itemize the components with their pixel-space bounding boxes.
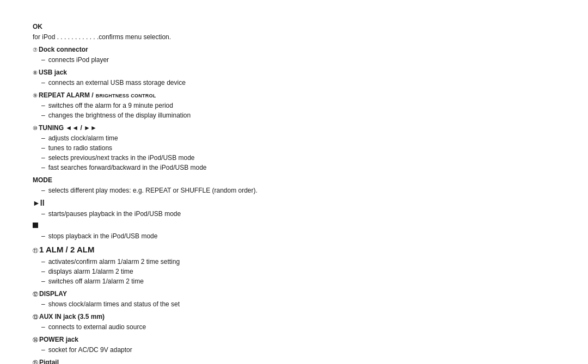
mode-bullet-text: selects different play modes: e.g. REPEA… (48, 186, 258, 195)
item-15: ⑮ Pigtail – improves FM reception (33, 357, 258, 365)
item-12-number: ⑫ (33, 290, 38, 298)
item-14-bullet: – socket for AC/DC 9V adaptor (41, 345, 258, 355)
item-9: ⑨ REPEAT ALARM / BRIGHTNESS CONTROL – sw… (33, 90, 258, 120)
item-11-header: ⑪ 1 ALM / 2 ALM (33, 244, 258, 256)
item-12-title: DISPLAY (39, 289, 67, 299)
item-11-bullet-0: – activates/confirm alarm 1/alarm 2 time… (41, 257, 258, 267)
main-content: OK for iPod . . . . . . . . . . . .confi… (0, 0, 290, 364)
play-symbol: ►ll (33, 198, 258, 209)
item-11: ⑪ 1 ALM / 2 ALM – activates/confirm alar… (33, 244, 258, 286)
item-7-number: ⑦ (33, 46, 38, 54)
item-8-bullet-text: connects an external USB mass storage de… (48, 78, 186, 88)
item-9-header: ⑨ REPEAT ALARM / BRIGHTNESS CONTROL (33, 90, 258, 100)
mode-section: MODE – selects different play modes: e.g… (33, 175, 258, 195)
item-10-bullet-1: – tunes to radio stations (41, 143, 258, 153)
item-12-bullet-text: shows clock/alarm times and status of th… (48, 299, 180, 309)
dash-icon: – (41, 322, 45, 332)
item-14-bullet-text: socket for AC/DC 9V adaptor (48, 345, 132, 355)
dash-icon: – (41, 276, 45, 286)
item-10-bullet-text-2: selects previous/next tracks in the iPod… (48, 153, 195, 163)
item-13-header: ⑬ AUX IN jack (3.5 mm) (33, 312, 258, 322)
item-11-bullet-2: – switches off alarm 1/alarm 2 time (41, 276, 258, 286)
dash-icon: – (41, 299, 45, 309)
item-15-header: ⑮ Pigtail (33, 357, 258, 365)
item-9-title-bold: REPEAT ALARM / (39, 90, 94, 100)
item-15-number: ⑮ (33, 359, 38, 365)
item-10-bullet-text-1: tunes to radio stations (48, 143, 112, 153)
dash-icon: – (41, 110, 45, 120)
stop-bullet: – stops playback in the iPod/USB mode (41, 231, 258, 241)
item-13-bullet-text: connects to external audio source (48, 322, 146, 332)
ok-section: OK for iPod . . . . . . . . . . . .confi… (33, 22, 258, 42)
stop-section: – stops playback in the iPod/USB mode (33, 221, 258, 241)
dash-icon: – (41, 55, 45, 65)
item-11-bullet-text-0: activates/confirm alarm 1/alarm 2 time s… (48, 257, 180, 267)
item-7-bullet-0: – connects iPod player (41, 55, 258, 65)
item-10-title: TUNING ◄◄ / ►► (39, 123, 97, 133)
item-14-header: ⑭ POWER jack (33, 335, 258, 344)
dash-icon: – (41, 186, 45, 195)
dash-icon: – (41, 267, 45, 276)
item-10-bullet-0: – adjusts clock/alarm time (41, 133, 258, 143)
item-12-header: ⑫ DISPLAY (33, 289, 258, 299)
item-9-number: ⑨ (33, 91, 38, 100)
item-11-number: ⑪ (33, 246, 38, 255)
item-15-title: Pigtail (39, 357, 59, 365)
item-12-bullet: – shows clock/alarm times and status of … (41, 299, 258, 309)
item-9-bullet-text-1: changes the brightness of the display il… (48, 110, 191, 120)
ok-text: for iPod . . . . . . . . . . . .confirms… (33, 32, 171, 42)
play-section: ►ll – starts/pauses playback in the iPod… (33, 198, 258, 219)
item-7-header: ⑦ Dock connector (33, 45, 258, 54)
dash-icon: – (41, 133, 45, 143)
dash-icon: – (41, 257, 45, 267)
dash-icon: – (41, 163, 45, 172)
item-7-title: Dock connector (39, 45, 88, 54)
mode-bullet: – selects different play modes: e.g. REP… (41, 186, 258, 195)
item-10-header: ⑩ TUNING ◄◄ / ►► (33, 123, 258, 133)
dash-icon: – (41, 345, 45, 355)
item-10-bullet-text-3: fast searches forward/backward in the iP… (48, 163, 207, 172)
mode-label: MODE (33, 175, 52, 185)
item-14-title: POWER jack (39, 335, 78, 344)
item-8-number: ⑧ (33, 69, 38, 77)
item-7-bullet-text: connects iPod player (48, 55, 109, 65)
item-11-bullet-1: – displays alarm 1/alarm 2 time (41, 267, 258, 276)
item-10-bullet-2: – selects previous/next tracks in the iP… (41, 153, 258, 163)
item-8-bullet-0: – connects an external USB mass storage … (41, 78, 258, 88)
dash-icon: – (41, 209, 45, 219)
stop-bullet-text: stops playback in the iPod/USB mode (48, 231, 158, 241)
item-10-number: ⑩ (33, 124, 38, 132)
dash-icon: – (41, 143, 45, 153)
item-12: ⑫ DISPLAY – shows clock/alarm times and … (33, 289, 258, 309)
item-13: ⑬ AUX IN jack (3.5 mm) – connects to ext… (33, 312, 258, 332)
dash-icon: – (41, 153, 45, 163)
item-9-bullet-text-0: switches off the alarm for a 9 minute pe… (48, 101, 173, 110)
dash-icon: – (41, 78, 45, 88)
item-14-number: ⑭ (33, 336, 38, 344)
play-bullet-text: starts/pauses playback in the iPod/USB m… (48, 209, 181, 219)
item-11-bullet-text-2: switches off alarm 1/alarm 2 time (48, 276, 144, 286)
item-14: ⑭ POWER jack – socket for AC/DC 9V adapt… (33, 335, 258, 355)
item-11-title: 1 ALM / 2 ALM (39, 244, 94, 256)
item-10: ⑩ TUNING ◄◄ / ►► – adjusts clock/alarm t… (33, 123, 258, 172)
item-8-header: ⑧ USB jack (33, 67, 258, 77)
item-9-bullet-0: – switches off the alarm for a 9 minute … (41, 101, 258, 110)
item-8: ⑧ USB jack – connects an external USB ma… (33, 67, 258, 88)
play-bullet: – starts/pauses playback in the iPod/USB… (41, 209, 258, 219)
item-9-bullet-1: – changes the brightness of the display … (41, 110, 258, 120)
item-10-bullet-3: – fast searches forward/backward in the … (41, 163, 258, 172)
item-8-title: USB jack (39, 67, 67, 77)
item-9-title-small: BRIGHTNESS CONTROL (96, 92, 156, 100)
item-13-number: ⑬ (33, 313, 38, 321)
ok-label: OK (33, 22, 258, 32)
item-11-bullet-text-1: displays alarm 1/alarm 2 time (48, 267, 133, 276)
stop-square-icon (33, 223, 38, 228)
item-13-title: AUX IN jack (3.5 mm) (39, 312, 105, 322)
stop-symbol (33, 221, 258, 231)
item-10-bullet-text-0: adjusts clock/alarm time (48, 133, 118, 143)
ok-description: for iPod . . . . . . . . . . . .confirms… (33, 32, 258, 42)
item-7: ⑦ Dock connector – connects iPod player (33, 45, 258, 65)
dash-icon: – (41, 101, 45, 110)
item-13-bullet: – connects to external audio source (41, 322, 258, 332)
dash-icon: – (41, 231, 45, 241)
